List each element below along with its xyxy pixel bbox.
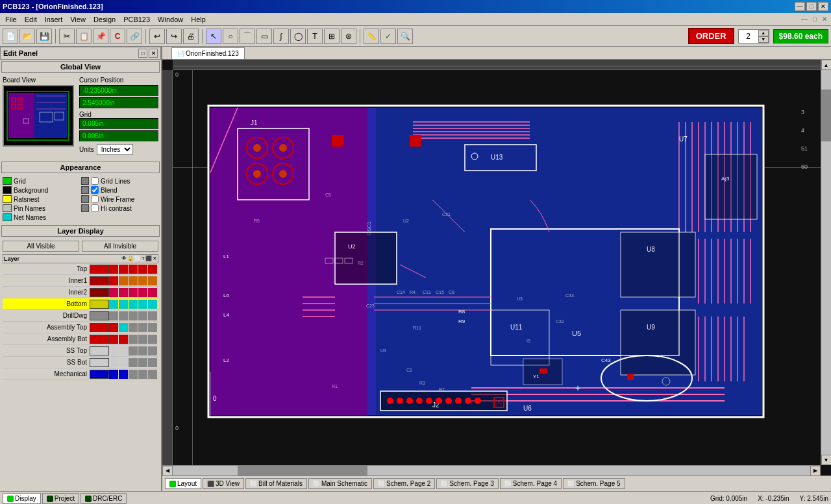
panel-restore[interactable]: □: [138, 49, 147, 58]
all-invisible-button[interactable]: All Invisible: [82, 241, 158, 252]
pin-names-item[interactable]: Pin Names: [3, 204, 80, 212]
units-select[interactable]: Inches mm: [97, 144, 133, 155]
layer-ss-bot-color[interactable]: [90, 358, 109, 367]
grid-color-item[interactable]: Grid: [3, 177, 80, 185]
layer-ss-bot[interactable]: SS Bot: [3, 357, 158, 368]
v-scrollbar[interactable]: ▲ ▼: [821, 60, 831, 465]
layer-drilldwg-color[interactable]: [90, 311, 109, 320]
grid-lines-checkbox[interactable]: [91, 177, 99, 185]
v-scroll-track[interactable]: [821, 70, 831, 455]
pad-tool[interactable]: ⊞: [324, 29, 340, 44]
layer-inner2[interactable]: Inner2: [3, 287, 158, 298]
layer-assembly-bot-color[interactable]: [90, 335, 109, 344]
hi-contrast-color[interactable]: [81, 204, 89, 212]
tab-bom[interactable]: ⬜ Bill of Materials: [245, 478, 307, 489]
text-tool[interactable]: T: [307, 29, 323, 44]
menu-file[interactable]: File: [1, 14, 21, 25]
new-button[interactable]: 📄: [3, 29, 18, 44]
zoom-tool[interactable]: 🔍: [397, 29, 413, 44]
document-tab[interactable]: 📄 OrionFinished.123: [171, 47, 245, 59]
paste-button[interactable]: 📌: [93, 29, 108, 44]
pcb-content[interactable]: J1 OSC1: [173, 70, 821, 465]
redo-button[interactable]: ↪: [166, 29, 182, 44]
tab-schem-p3[interactable]: ⬜ Schem. Page 3: [436, 478, 498, 489]
undo-button[interactable]: ↩: [149, 29, 165, 44]
blend-checkbox[interactable]: [91, 186, 99, 194]
qty-up[interactable]: ▲: [758, 30, 769, 36]
layer-inner1[interactable]: Inner1: [3, 275, 158, 287]
curve-tool[interactable]: ∫: [273, 29, 289, 44]
net-names-color-box[interactable]: [3, 213, 12, 221]
select-tool[interactable]: ↖: [206, 29, 221, 44]
layer-assembly-top[interactable]: Assembly Top: [3, 322, 158, 333]
copy-button[interactable]: 📋: [76, 29, 92, 44]
ratsnest-color-item[interactable]: Ratsnest: [3, 195, 80, 203]
layer-drilldwg[interactable]: DrillDwg: [3, 310, 158, 322]
layer-assembly-bot[interactable]: Assembly Bot: [3, 333, 158, 345]
title-bar-buttons[interactable]: — □ ✕: [795, 2, 828, 11]
tab-schem-p2[interactable]: ⬜ Schem. Page 2: [373, 478, 435, 489]
hi-contrast-check[interactable]: Hi contrast: [81, 204, 158, 212]
grid-lines-check[interactable]: Grid Lines: [81, 177, 158, 185]
panel-close[interactable]: ✕: [149, 49, 158, 58]
pin-names-color-box[interactable]: [3, 204, 12, 212]
pcb-canvas-area[interactable]: J1 OSC1: [162, 60, 831, 475]
layer-ss-top[interactable]: SS Top: [3, 345, 158, 357]
cut-button[interactable]: ✂: [59, 29, 75, 44]
layer-bottom[interactable]: Bottom: [3, 298, 158, 310]
layer-top[interactable]: Top: [3, 263, 158, 275]
tab-main-schematic[interactable]: ⬜ Main Schematic: [308, 478, 372, 489]
hi-contrast-checkbox[interactable]: [91, 204, 99, 212]
ratsnest-color-box[interactable]: [3, 195, 12, 203]
ratsnest-button[interactable]: 🔗: [127, 29, 142, 44]
wire-frame-check[interactable]: Wire Frame: [81, 195, 158, 203]
background-color-box[interactable]: [3, 186, 12, 194]
tab-layout[interactable]: Layout: [165, 478, 201, 489]
layer-bottom-color[interactable]: [90, 300, 109, 309]
qty-down[interactable]: ▼: [758, 36, 769, 43]
oval-tool[interactable]: ◯: [290, 29, 306, 44]
check-tool[interactable]: ✓: [380, 29, 396, 44]
status-drc-tab[interactable]: DRC/ERC: [81, 493, 127, 504]
scroll-right[interactable]: ▶: [810, 466, 821, 476]
scroll-down[interactable]: ▼: [821, 455, 832, 465]
net-names-item[interactable]: Net Names: [3, 213, 80, 221]
layer-mechanical-color[interactable]: [90, 370, 109, 379]
h-scroll-track[interactable]: [173, 466, 810, 475]
maximize-button[interactable]: □: [806, 2, 817, 11]
save-button[interactable]: 💾: [36, 29, 52, 44]
circle-tool[interactable]: ○: [223, 29, 238, 44]
via-tool[interactable]: ⊛: [341, 29, 356, 44]
order-button[interactable]: ORDER: [688, 28, 734, 44]
status-display-tab[interactable]: Display: [3, 493, 41, 504]
tab-schem-p5[interactable]: ⬜ Schem. Page 5: [563, 478, 625, 489]
board-view-box[interactable]: [3, 85, 74, 147]
layer-inner2-color[interactable]: [90, 288, 109, 297]
grid-lines-color[interactable]: [81, 177, 89, 185]
grid-color-box[interactable]: [3, 177, 12, 185]
blend-check[interactable]: Blend: [81, 186, 158, 194]
quantity-control[interactable]: ▲ ▼: [738, 29, 769, 43]
wire-frame-checkbox[interactable]: [91, 195, 99, 203]
tab-schem-p4[interactable]: ⬜ Schem. Page 4: [500, 478, 562, 489]
menu-view[interactable]: View: [66, 14, 90, 25]
close-button[interactable]: ✕: [818, 2, 828, 11]
all-visible-button[interactable]: All Visible: [3, 241, 79, 252]
menu-edit[interactable]: Edit: [21, 14, 41, 25]
menu-window[interactable]: Window: [154, 14, 187, 25]
scroll-left[interactable]: ◀: [162, 466, 173, 476]
status-project-tab[interactable]: Project: [42, 493, 79, 504]
scroll-up[interactable]: ▲: [821, 60, 832, 70]
pcb-board-svg[interactable]: J1 OSC1: [205, 102, 770, 427]
print-button[interactable]: 🖨: [183, 29, 199, 44]
menu-pcb123[interactable]: PCB123: [119, 14, 154, 25]
layer-mechanical[interactable]: Mechanical: [3, 368, 158, 380]
menu-help[interactable]: Help: [187, 14, 210, 25]
layer-ss-top-color[interactable]: [90, 346, 109, 355]
background-color-item[interactable]: Background: [3, 186, 80, 194]
open-button[interactable]: 📂: [19, 29, 35, 44]
menu-design[interactable]: Design: [90, 14, 119, 25]
blend-color[interactable]: [81, 186, 89, 194]
menu-insert[interactable]: Insert: [41, 14, 67, 25]
measure-tool[interactable]: 📏: [364, 29, 379, 44]
